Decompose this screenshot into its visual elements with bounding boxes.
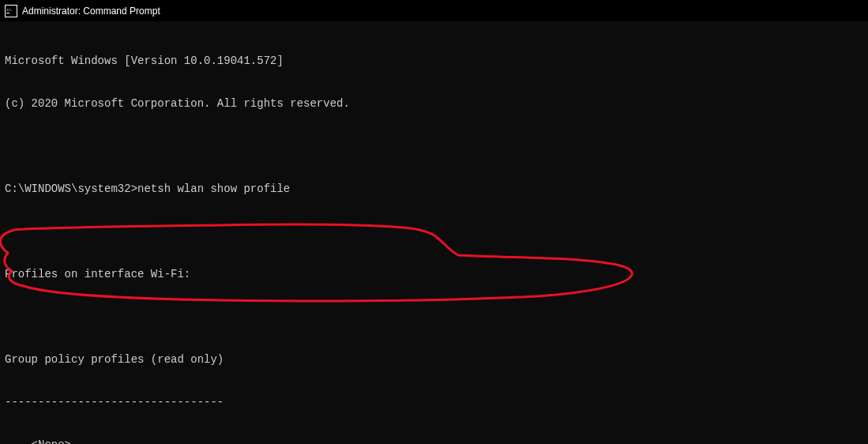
terminal-line: Microsoft Windows [Version 10.0.19041.57… (5, 54, 863, 68)
window-titlebar: C:\ Administrator: Command Prompt (0, 0, 868, 22)
terminal-line (5, 310, 863, 324)
terminal-line: Profiles on interface Wi-Fi: (5, 267, 863, 281)
terminal-line: <None> (5, 438, 863, 444)
terminal-line (5, 224, 863, 239)
terminal-line: --------------------------------- (5, 395, 863, 409)
terminal-output[interactable]: Microsoft Windows [Version 10.0.19041.57… (0, 22, 868, 444)
svg-rect-3 (6, 13, 9, 13)
terminal-line: Group policy profiles (read only) (5, 352, 863, 367)
terminal-line (5, 139, 863, 153)
window-title: Administrator: Command Prompt (22, 6, 160, 17)
cmd-icon: C:\ (5, 5, 17, 17)
svg-text:C:\: C:\ (7, 8, 13, 12)
terminal-line: (c) 2020 Microsoft Corporation. All righ… (5, 96, 863, 111)
terminal-line: C:\WINDOWS\system32>netsh wlan show prof… (5, 182, 863, 196)
